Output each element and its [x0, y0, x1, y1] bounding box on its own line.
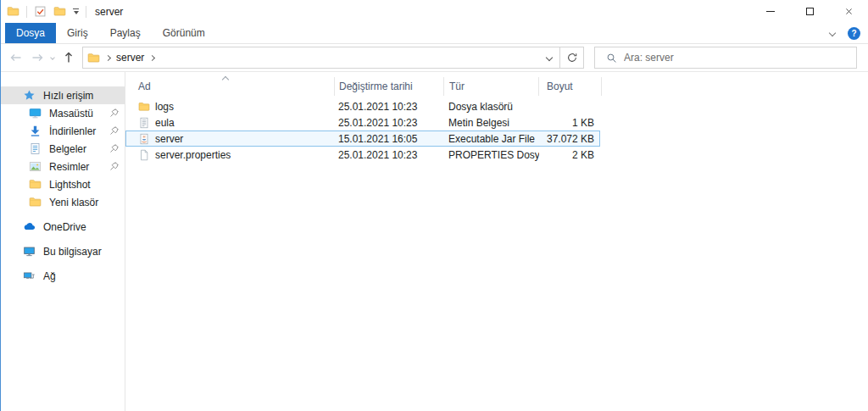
- column-header-name[interactable]: Ad: [125, 77, 335, 96]
- ribbon-tab[interactable]: Dosya: [5, 23, 56, 43]
- sidebar-item-label: Hızlı erişim: [43, 90, 93, 102]
- sidebar-item-icon: [29, 160, 42, 173]
- sidebar-item[interactable]: Belgeler: [1, 140, 125, 158]
- file-type-icon: [138, 117, 150, 129]
- ribbon-tab[interactable]: Görünüm: [152, 23, 216, 43]
- file-type-icon: [138, 101, 150, 113]
- file-name-cell: logs: [126, 101, 335, 113]
- file-date-modified: 25.01.2021 10:23: [335, 149, 444, 161]
- sidebar-item-label: Yeni klasör: [49, 197, 98, 208]
- sidebar-item-icon: [23, 220, 36, 233]
- location-folder-icon: [87, 52, 100, 64]
- breadcrumb-chevron-icon: [105, 54, 111, 60]
- divider: [26, 6, 27, 18]
- forward-button[interactable]: [31, 51, 44, 64]
- sidebar-item-icon: [29, 178, 42, 191]
- sidebar-item[interactable]: Lightshot: [1, 175, 125, 193]
- breadcrumb-segment[interactable]: server: [116, 52, 144, 64]
- help-icon[interactable]: ?: [848, 27, 860, 40]
- sidebar-item-icon: [23, 89, 36, 102]
- sidebar-item-icon: [23, 245, 36, 258]
- sidebar-item[interactable]: İndirilenler: [1, 122, 125, 140]
- sidebar-item[interactable]: Hızlı erişim: [1, 86, 125, 104]
- file-size: 1 KB: [539, 117, 599, 129]
- ribbon-tab-bar: Dosya Giriş Paylaş Görünüm ?: [1, 23, 868, 44]
- pin-icon: [109, 143, 120, 153]
- file-list-pane: Ad Değiştirme tarihi Tür Boyut logs 25.0…: [125, 72, 868, 411]
- sidebar-item[interactable]: Resimler: [1, 158, 125, 175]
- new-folder-icon[interactable]: [53, 5, 66, 18]
- search-input[interactable]: [624, 52, 856, 64]
- up-button[interactable]: [62, 51, 75, 64]
- sidebar-item-label: Ağ: [43, 270, 56, 282]
- pin-icon: [109, 125, 120, 136]
- file-name-cell: server.properties: [126, 149, 335, 161]
- file-name: logs: [155, 101, 174, 113]
- nav-buttons: [1, 51, 82, 64]
- pin-icon: [109, 108, 120, 118]
- address-bar-group: server: [82, 47, 584, 69]
- sidebar-item-label: Bu bilgisayar: [43, 246, 102, 258]
- file-name-cell: eula: [126, 117, 335, 129]
- quick-access-toolbar: server: [1, 5, 123, 18]
- ribbon-tab[interactable]: Paylaş: [99, 23, 152, 43]
- file-type-icon: [138, 149, 150, 161]
- file-date-modified: 15.01.2021 16:05: [335, 133, 444, 145]
- table-row[interactable]: server 15.01.2021 16:05 Executable Jar F…: [125, 131, 600, 147]
- file-size: 2 KB: [539, 149, 599, 161]
- properties-checkbox-icon[interactable]: [34, 5, 47, 18]
- window-title: server: [95, 6, 123, 18]
- column-header-size[interactable]: Boyut: [539, 77, 602, 96]
- ribbon-right-controls: ?: [830, 23, 868, 43]
- sidebar-item[interactable]: Bu bilgisayar: [1, 242, 125, 260]
- qat-customize-dropdown-icon[interactable]: [73, 8, 79, 14]
- sidebar-item-icon: [29, 196, 42, 208]
- file-name: eula: [155, 117, 175, 129]
- file-date-modified: 25.01.2021 10:23: [335, 117, 444, 129]
- tab-label: Giriş: [67, 27, 88, 39]
- divider: [86, 6, 86, 18]
- explorer-window: server Dosya Giriş Paylaş Görünüm ?: [0, 0, 868, 411]
- sidebar-item-label: Resimler: [49, 161, 89, 173]
- minimize-button[interactable]: [751, 0, 790, 23]
- title-bar: server: [1, 0, 868, 23]
- tab-label: Paylaş: [110, 27, 141, 39]
- table-row[interactable]: eula 25.01.2021 10:23 Metin Belgesi 1 KB: [125, 114, 600, 131]
- tab-label: Dosya: [16, 27, 45, 39]
- sidebar-item[interactable]: Masaüstü: [1, 104, 125, 122]
- sidebar-item-icon: [29, 142, 42, 155]
- sidebar-item-label: Masaüstü: [49, 108, 93, 119]
- sidebar-item[interactable]: OneDrive: [1, 218, 125, 236]
- recent-locations-icon[interactable]: [50, 55, 55, 60]
- file-type-icon: [138, 133, 150, 145]
- address-bar[interactable]: server: [82, 47, 560, 69]
- file-rows: logs 25.01.2021 10:23 Dosya klasörü eula…: [125, 98, 868, 163]
- ribbon-tab[interactable]: Giriş: [56, 23, 99, 43]
- refresh-button[interactable]: [560, 47, 584, 69]
- address-dropdown-button[interactable]: [539, 47, 559, 68]
- table-row[interactable]: server.properties 25.01.2021 10:23 PROPE…: [125, 147, 600, 163]
- file-type: PROPERTIES Dosyası: [444, 149, 539, 161]
- column-header-date-modified[interactable]: Değiştirme tarihi: [335, 77, 444, 96]
- sidebar-item[interactable]: Ağ: [1, 267, 125, 285]
- sidebar-item[interactable]: Yeni klasör: [1, 193, 125, 211]
- column-header-type[interactable]: Tür: [444, 77, 539, 96]
- file-type: Metin Belgesi: [444, 117, 539, 129]
- content-area: Hızlı erişim Masaüstü İndirilenler Belge…: [1, 72, 868, 411]
- sidebar-item-icon: [29, 107, 42, 119]
- close-button[interactable]: [829, 0, 868, 23]
- breadcrumb-chevron-icon: [149, 54, 155, 60]
- tab-label: Görünüm: [163, 27, 205, 39]
- maximize-button[interactable]: [790, 0, 829, 23]
- sidebar-item-label: OneDrive: [43, 221, 86, 233]
- collapse-ribbon-icon[interactable]: [829, 30, 836, 36]
- navigation-pane: Hızlı erişim Masaüstü İndirilenler Belge…: [1, 72, 125, 411]
- back-button[interactable]: [9, 51, 23, 64]
- close-icon: [844, 7, 854, 16]
- file-date-modified: 25.01.2021 10:23: [335, 101, 444, 113]
- search-icon: [606, 53, 617, 64]
- table-row[interactable]: logs 25.01.2021 10:23 Dosya klasörü: [125, 98, 600, 114]
- file-size: 37.072 KB: [539, 133, 599, 145]
- sidebar-item-label: İndirilenler: [49, 125, 96, 137]
- sidebar-item-icon: [29, 125, 42, 137]
